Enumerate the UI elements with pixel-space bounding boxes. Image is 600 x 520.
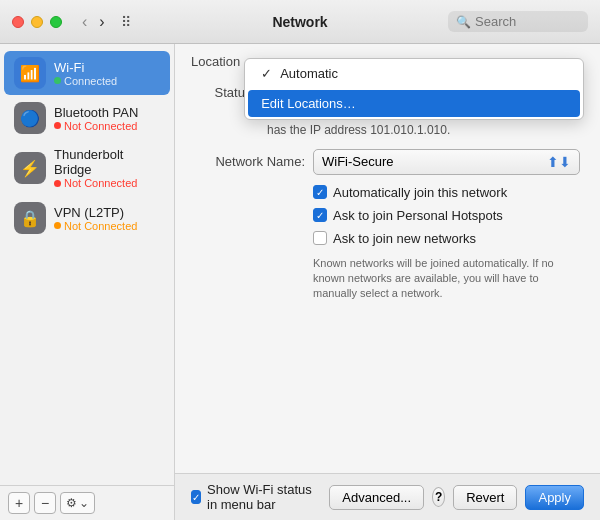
grid-button[interactable]: ⠿ <box>121 14 131 30</box>
sidebar: 📶 Wi-Fi Connected 🔵 Bluetooth PAN Not C <box>0 44 175 520</box>
search-icon: 🔍 <box>456 15 471 29</box>
gear-icon: ⚙ <box>66 496 77 510</box>
auto-join-label: Automatically join this network <box>333 185 507 200</box>
vpn-status-text: Not Connected <box>64 220 137 232</box>
advanced-button[interactable]: Advanced... <box>329 485 424 510</box>
new-networks-checkbox[interactable] <box>313 231 327 245</box>
personal-hotspot-checkbox[interactable] <box>313 208 327 222</box>
maximize-button[interactable] <box>50 16 62 28</box>
minimize-button[interactable] <box>31 16 43 28</box>
right-panel: Location ✓ Automatic Edit Locations… Sta… <box>175 44 600 520</box>
location-dropdown-menu: ✓ Automatic Edit Locations… <box>244 58 584 120</box>
status-dot-green <box>54 77 61 84</box>
add-network-button[interactable]: + <box>8 492 30 514</box>
sidebar-item-wifi[interactable]: 📶 Wi-Fi Connected <box>4 51 170 95</box>
auto-join-checkbox[interactable] <box>313 185 327 199</box>
sidebar-item-vpn[interactable]: 🔒 VPN (L2TP) Not Connected <box>4 196 170 240</box>
sidebar-item-bluetooth[interactable]: 🔵 Bluetooth PAN Not Connected <box>4 96 170 140</box>
sidebar-thunderbolt-name: Thunderbolt Bridge <box>54 147 160 177</box>
wifi-icon: 📶 <box>14 57 46 89</box>
checkmark-icon: ✓ <box>261 66 272 81</box>
location-bar: Location ✓ Automatic Edit Locations… <box>175 44 600 77</box>
sidebar-item-thunderbolt[interactable]: ⚡ Thunderbolt Bridge Not Connected <box>4 141 170 195</box>
nav-buttons: ‹ › <box>78 11 109 33</box>
sidebar-vpn-status: Not Connected <box>54 220 137 232</box>
dropdown-item-edit[interactable]: Edit Locations… <box>248 90 580 117</box>
status-dot-red-tb <box>54 180 61 187</box>
wifi-status-text: Connected <box>64 75 117 87</box>
sidebar-wifi-name: Wi-Fi <box>54 60 117 75</box>
traffic-lights <box>12 16 62 28</box>
close-button[interactable] <box>12 16 24 28</box>
window-title: Network <box>272 14 327 30</box>
status-dot-red-bt <box>54 122 61 129</box>
show-wifi-checkbox[interactable] <box>191 490 201 504</box>
forward-button[interactable]: › <box>95 11 108 33</box>
help-button[interactable]: ? <box>432 487 445 507</box>
main-content: 📶 Wi-Fi Connected 🔵 Bluetooth PAN Not C <box>0 44 600 520</box>
network-name-label: Network Name: <box>195 154 305 169</box>
bluetooth-status-text: Not Connected <box>64 120 137 132</box>
personal-hotspot-row: Ask to join Personal Hotspots <box>313 208 580 223</box>
checkbox-note: Known networks will be joined automatica… <box>313 256 580 302</box>
titlebar: ‹ › ⠿ Network 🔍 <box>0 0 600 44</box>
edit-locations-option: Edit Locations… <box>261 96 356 111</box>
search-box[interactable]: 🔍 <box>448 11 588 32</box>
bottom-bar: Show Wi-Fi status in menu bar Advanced..… <box>175 473 600 520</box>
new-networks-checkbox-item[interactable]: Ask to join new networks <box>313 231 476 246</box>
show-wifi-label: Show Wi-Fi status in menu bar <box>207 482 313 512</box>
show-wifi-checkbox-item[interactable]: Show Wi-Fi status in menu bar <box>191 482 313 512</box>
remove-network-button[interactable]: − <box>34 492 56 514</box>
personal-hotspot-label: Ask to join Personal Hotspots <box>333 208 503 223</box>
search-input[interactable] <box>475 14 580 29</box>
thunderbolt-status-text: Not Connected <box>64 177 137 189</box>
automatic-option: Automatic <box>280 66 338 81</box>
sidebar-bluetooth-name: Bluetooth PAN <box>54 105 138 120</box>
sidebar-vpn-name: VPN (L2TP) <box>54 205 137 220</box>
network-name-value: WiFi-Secure <box>322 154 394 169</box>
sidebar-bluetooth-status: Not Connected <box>54 120 138 132</box>
apply-button[interactable]: Apply <box>525 485 584 510</box>
personal-hotspot-checkbox-item[interactable]: Ask to join Personal Hotspots <box>313 208 503 223</box>
network-name-dropdown[interactable]: WiFi-Secure ⬆⬇ <box>313 149 580 175</box>
sidebar-wifi-status: Connected <box>54 75 117 87</box>
wifi-content: Status: Connected Wi-Fi is connected to … <box>175 77 600 473</box>
sidebar-thunderbolt-status: Not Connected <box>54 177 160 189</box>
auto-join-row: Automatically join this network <box>313 185 580 200</box>
show-wifi-row: Show Wi-Fi status in menu bar <box>191 482 313 512</box>
vpn-icon: 🔒 <box>14 202 46 234</box>
back-button[interactable]: ‹ <box>78 11 91 33</box>
new-networks-row: Ask to join new networks <box>313 231 580 246</box>
network-name-row: Network Name: WiFi-Secure ⬆⬇ <box>195 149 580 175</box>
chevron-down-icon: ⌄ <box>79 496 89 510</box>
auto-join-checkbox-item[interactable]: Automatically join this network <box>313 185 507 200</box>
revert-button[interactable]: Revert <box>453 485 517 510</box>
action-menu-button[interactable]: ⚙ ⌄ <box>60 492 95 514</box>
dropdown-item-automatic[interactable]: ✓ Automatic <box>245 59 583 88</box>
status-dot-yellow <box>54 222 61 229</box>
new-networks-label: Ask to join new networks <box>333 231 476 246</box>
sidebar-list: 📶 Wi-Fi Connected 🔵 Bluetooth PAN Not C <box>0 44 174 485</box>
thunderbolt-icon: ⚡ <box>14 152 46 184</box>
select-chevron-icon: ⬆⬇ <box>547 154 571 170</box>
bluetooth-icon: 🔵 <box>14 102 46 134</box>
sidebar-footer: + − ⚙ ⌄ <box>0 485 174 520</box>
location-label: Location <box>191 54 240 69</box>
